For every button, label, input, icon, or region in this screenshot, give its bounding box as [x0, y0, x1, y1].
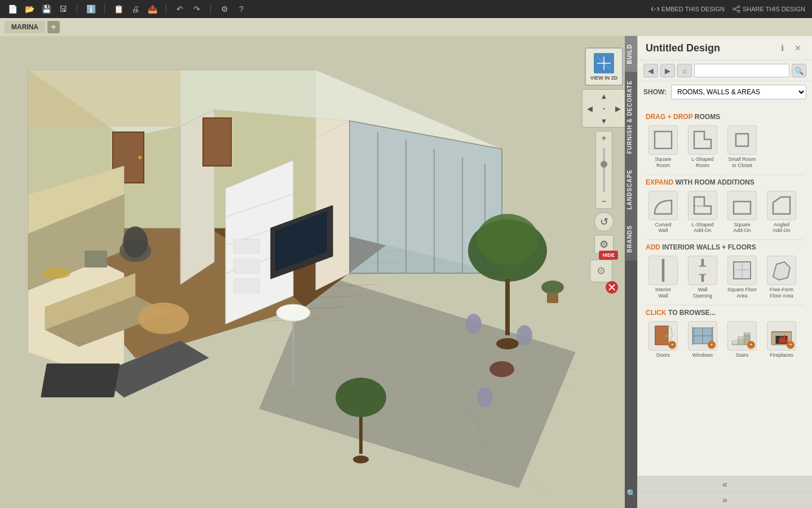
toolbar-pages-icon[interactable]: 📋 [113, 3, 124, 15]
sq-floor-item[interactable]: Square FloorArea [725, 256, 760, 299]
camera-nav-control: ▲ ◀ ● ▶ ▼ [582, 89, 626, 128]
interior-wall-label: InteriorWall [655, 287, 671, 299]
freeform-floor-item[interactable]: Free-FormFloor Area [764, 256, 799, 299]
svg-point-68 [138, 303, 189, 334]
toolbar-redo-icon[interactable]: ↷ [191, 3, 202, 15]
nav-home-button[interactable]: ⌂ [677, 64, 692, 77]
svg-point-77 [336, 378, 386, 417]
curved-wall-item[interactable]: CurvedWall [646, 191, 681, 234]
svg-point-82 [517, 325, 532, 345]
nav-forward-button[interactable]: ▶ [660, 64, 675, 77]
toolbar-saveas-icon[interactable]: 🖫 [58, 3, 69, 15]
drag-drop-grid: SquareRoom L-ShapedRoom [646, 125, 804, 169]
zoom-track[interactable] [603, 147, 605, 192]
section-click-rest: TO BROWSE... [668, 309, 716, 317]
svg-point-84 [541, 281, 564, 294]
sidebar-search-input[interactable] [694, 64, 789, 77]
freeform-floor-label: Free-FormFloor Area [770, 287, 794, 299]
interior-wall-item[interactable]: InteriorWall [646, 256, 681, 299]
toolbar-help-icon[interactable]: ? [236, 3, 247, 15]
embed-design-button[interactable]: EMBED THIS DESIGN [651, 5, 725, 13]
toolbar-print-icon[interactable]: 🖨 [130, 3, 141, 15]
svg-rect-60 [234, 279, 259, 293]
vert-tab-search[interactable]: 🔍 [622, 484, 641, 502]
share-design-button[interactable]: SHARE THIS DESIGN [732, 5, 805, 13]
l-shaped-room-item[interactable]: L-ShapedRoom [685, 125, 720, 169]
stairs-badge: + [747, 341, 755, 349]
sq-add-on-item[interactable]: SquareAdd-On [725, 191, 760, 234]
section-add-rest: INTERIOR WALLS + FLOORS [662, 243, 756, 251]
sq-add-on-label: SquareAdd-On [733, 222, 751, 234]
svg-point-81 [466, 314, 482, 334]
zoom-control: + − [595, 131, 612, 209]
expand-grid: CurvedWall L-ShapedAdd-On [646, 191, 804, 234]
svg-point-72 [276, 304, 310, 321]
view-2d-button[interactable]: VIEW IN 2D [585, 47, 623, 86]
fireplaces-item[interactable]: + Fireplaces [764, 321, 799, 358]
rotate-button[interactable]: ↺ [594, 212, 614, 231]
sidebar-content: DRAG + DROP ROOMS SquareRoom [638, 104, 812, 476]
l-add-on-item[interactable]: L-ShapedAdd-On [685, 191, 720, 234]
tab-add-button[interactable]: + [47, 21, 60, 33]
hide-button[interactable]: HIDE [599, 251, 618, 260]
tab-marina[interactable]: MARINA [5, 21, 45, 33]
square-room-icon-box [648, 125, 678, 155]
toolbar-info-icon[interactable]: ℹ️ [85, 3, 96, 15]
toolbar-save-icon[interactable]: 💾 [41, 3, 52, 15]
curved-wall-label: CurvedWall [655, 222, 671, 234]
section-header-drag: DRAG + DROP ROOMS [646, 113, 804, 121]
vert-tab-build[interactable]: BUILD [625, 36, 637, 72]
nav-center-button[interactable]: ● [597, 102, 611, 115]
svg-point-79 [353, 456, 369, 463]
show-label: SHOW: [643, 88, 667, 96]
collapse-down-button[interactable]: » [638, 492, 812, 508]
close-icon[interactable]: ✕ [792, 42, 804, 54]
view-controls: VIEW IN 2D ▲ ◀ ● ▶ ▼ + − ↺ ⚙ [582, 47, 626, 294]
freeform-floor-icon-box [767, 256, 796, 285]
zoom-out-button[interactable]: − [595, 195, 612, 208]
fireplaces-icon-box: + [767, 321, 796, 351]
angled-add-on-item[interactable]: AngledAdd-On [764, 191, 799, 234]
nav-left-button[interactable]: ◀ [582, 102, 597, 115]
sidebar-search-button[interactable]: 🔍 [792, 64, 806, 77]
svg-rect-48 [203, 118, 231, 166]
nav-down-button[interactable]: ▼ [597, 115, 611, 127]
svg-marker-93 [694, 132, 711, 148]
stairs-icon-box: + [727, 321, 757, 351]
section-header-add: ADD INTERIOR WALLS + FLOORS [646, 243, 804, 251]
vert-tab-brands[interactable]: BRANDS [625, 217, 637, 261]
wall-opening-item[interactable]: WallOpening [685, 256, 720, 299]
toolbar-new-icon[interactable]: 📄 [7, 3, 18, 15]
vert-tab-furnish[interactable]: FURNISH & DECORATE [625, 72, 637, 162]
toolbar-undo-icon[interactable]: ↶ [174, 3, 186, 15]
svg-rect-92 [655, 132, 672, 148]
svg-point-83 [477, 387, 493, 408]
curved-wall-icon-box [648, 191, 678, 220]
nav-up-button[interactable]: ▲ [597, 90, 611, 102]
toolbar-open-icon[interactable]: 📂 [24, 3, 35, 15]
zoom-in-button[interactable]: + [595, 132, 612, 145]
collapse-up-button[interactable]: « [638, 476, 812, 492]
square-room-item[interactable]: SquareRoom [646, 125, 681, 169]
canvas-area[interactable]: VIEW IN 2D ▲ ◀ ● ▶ ▼ + − ↺ ⚙ [0, 36, 637, 508]
section-click-highlight: CLICK [646, 309, 667, 317]
camera-gear-icon: ⚙ [590, 260, 612, 282]
angled-add-on-icon-box [767, 191, 796, 220]
embed-design-label: EMBED THIS DESIGN [661, 6, 725, 12]
vert-tab-landscape[interactable]: LANDSCAPE [625, 161, 637, 217]
nav-back-button[interactable]: ◀ [643, 64, 658, 77]
toolbar-settings-icon[interactable]: ⚙ [219, 3, 230, 15]
fireplaces-label: Fireplaces [770, 352, 793, 358]
view-2d-icon [594, 53, 614, 73]
nav-right-button[interactable]: ▶ [611, 102, 625, 115]
svg-rect-53 [85, 251, 107, 268]
small-room-item[interactable]: Small Roomor Closet [725, 125, 760, 169]
doors-item[interactable]: + Doors [646, 321, 681, 358]
windows-item[interactable]: + Windows [685, 321, 720, 358]
svg-rect-85 [547, 293, 558, 303]
toolbar-export-icon[interactable]: 📤 [147, 3, 158, 15]
stairs-item[interactable]: + Stairs [725, 321, 760, 358]
info-icon[interactable]: ℹ [776, 42, 788, 54]
show-select[interactable]: ROOMS, WALLS & AREAS FURNITURE LANDSCAPE… [671, 85, 806, 99]
interior-wall-icon-box [648, 256, 678, 285]
